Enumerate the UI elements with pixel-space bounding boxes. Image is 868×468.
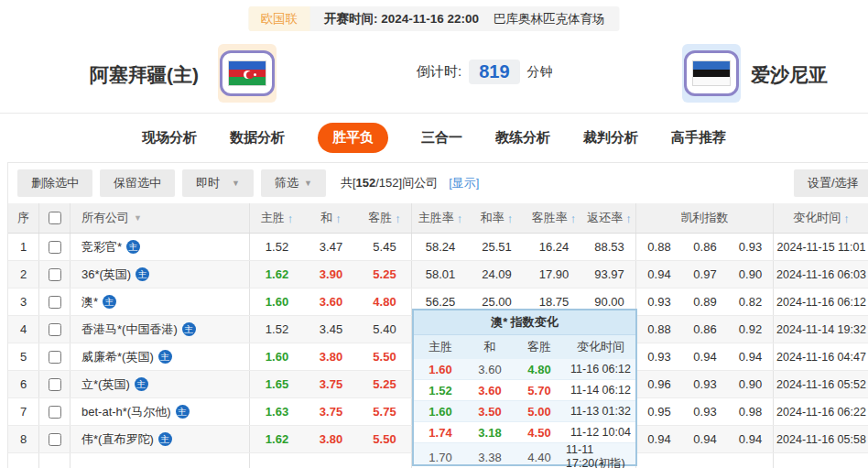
row-checkbox-cell [39,234,71,260]
tab-3[interactable]: 胜平负 [318,123,388,153]
time-filter-dropdown[interactable]: 即时 ▼ [182,169,254,197]
row-checkbox[interactable] [49,241,61,254]
col-header-company[interactable]: 所有公司 [71,203,250,233]
sort-asc-icon [843,212,850,225]
row-number: 4 [8,316,39,343]
empty-cell [774,453,868,468]
company-cell[interactable]: 威廉希*(英国)主 [71,343,250,370]
row-checkbox[interactable] [49,268,61,281]
delete-selected-button[interactable]: 删除选中 [17,169,92,197]
select-all-checkbox-cell [39,203,71,233]
col-header-payout-rate[interactable]: 返还率 [583,203,636,233]
kelly-cell: 0.94 [728,343,774,370]
row-checkbox-cell [39,316,71,343]
row-number: 7 [8,398,39,425]
kelly-cell: 0.90 [728,371,774,397]
change-time-cell: 2024-11-14 19:32 [774,316,868,343]
draw-odds-cell: 3.75 [304,371,358,397]
payout-rate-cell: 93.97 [583,261,636,288]
popup-row: 1.603.604.8011-16 06:12 [414,359,635,380]
company-cell[interactable]: 澳*主 [71,288,250,315]
filter-label: 筛选 [275,175,298,191]
keep-selected-button[interactable]: 保留选中 [100,169,175,197]
company-cell[interactable]: 伟*(直布罗陀)主 [71,426,250,452]
row-checkbox-cell [39,261,71,288]
tab-4[interactable]: 三合一 [421,129,462,147]
tab-6[interactable]: 裁判分析 [583,129,638,147]
main-company-badge-icon: 主 [158,432,172,446]
empty-cell [71,453,250,468]
empty-cell [728,453,774,468]
empty-cell [39,453,71,468]
select-all-checkbox[interactable] [49,212,61,224]
company-cell[interactable]: 竞彩官*主 [71,234,250,260]
away-odds-cell: 5.50 [358,343,412,370]
row-number: 8 [8,426,39,452]
col-header-change-time[interactable]: 变化时间 [774,203,868,233]
countdown-value: 819 [469,60,519,84]
show-link[interactable]: [显示] [449,175,479,191]
main-company-badge-icon: 主 [158,350,172,364]
col-header-home-odds[interactable]: 主胜 [250,203,304,233]
kelly-cell: 0.86 [682,234,728,260]
company-cell[interactable]: 立*(英国)主 [71,371,250,397]
countdown: 倒计时: 819 分钟 [417,60,553,84]
estonia-flag-icon [684,50,739,96]
company-name: 竞彩官* [81,239,122,256]
home-odds-cell: 1.63 [250,398,304,425]
row-checkbox[interactable] [49,433,61,446]
popup-row: 1.703.384.4011-11 17:20(初指) [414,443,635,464]
row-checkbox[interactable] [49,351,61,364]
row-checkbox[interactable] [49,406,61,419]
company-cell[interactable]: bet-at-h*(马尔他)主 [71,398,250,425]
col-header-home-rate[interactable]: 主胜率 [412,203,469,233]
kelly-cell: 0.95 [636,398,682,425]
kelly-cell: 0.89 [682,288,728,315]
tab-1[interactable]: 现场分析 [142,129,197,147]
sort-asc-icon [507,212,514,225]
company-name: 伟*(直布罗陀) [81,431,154,448]
kickoff-group: 开赛时间: 2024-11-16 22:00 [324,11,479,27]
popup-change-time: 11-11 17:20(初指) [566,443,635,468]
away-rate-cell: 17.90 [525,261,583,288]
countdown-unit: 分钟 [527,64,553,81]
col-header-draw-odds[interactable]: 和 [304,203,358,233]
kelly-cell: 0.93 [636,343,682,370]
kelly-cell: 0.88 [636,316,682,343]
popup-draw-odds: 3.50 [467,401,513,421]
home-odds-cell: 1.52 [250,234,304,260]
col-header-away-odds[interactable]: 客胜 [358,203,412,233]
col-header-away-rate[interactable]: 客胜率 [525,203,583,233]
row-checkbox[interactable] [49,323,61,336]
company-count: 共[152/152]间公司 [341,175,438,191]
tab-5[interactable]: 教练分析 [495,129,550,147]
sort-asc-icon [288,212,294,225]
draw-rate-cell: 25.51 [469,234,525,260]
change-time-cell: 2024-11-16 06:22 [774,398,868,425]
popup-title: 澳* 指数变化 [414,310,635,335]
popup-draw-odds: 3.18 [467,422,513,442]
row-checkbox[interactable] [49,378,61,391]
teams-section: 阿塞拜疆(主) 倒计时: 819 分钟 爱沙尼亚 [0,37,868,112]
tab-7[interactable]: 高手推荐 [671,129,726,147]
tab-2[interactable]: 数据分析 [230,129,285,147]
draw-odds-cell: 3.80 [304,426,358,452]
venue: 巴库奥林匹克体育场 [494,11,605,27]
empty-cell [636,453,682,468]
col-header-draw-rate[interactable]: 和率 [469,203,525,233]
row-checkbox[interactable] [49,296,61,309]
kelly-cell: 0.94 [636,261,682,288]
chevron-down-icon [134,213,142,223]
filter-dropdown[interactable]: 筛选 ▼ [261,169,326,197]
empty-cell [8,453,39,468]
settings-button[interactable]: 设置/选择 [794,169,868,197]
kelly-cell: 0.82 [728,288,774,315]
popup-away-odds: 4.80 [513,359,566,379]
popup-home-odds: 1.52 [414,380,467,400]
away-odds-cell: 5.40 [358,316,412,343]
row-checkbox-cell [39,398,71,425]
popup-col-header-1: 主胜 [414,335,467,359]
popup-row: 1.743.184.5011-12 10:04 [414,422,635,443]
company-cell[interactable]: 香港马*(中国香港)主 [71,316,250,343]
company-cell[interactable]: 36*(英国)主 [71,261,250,288]
